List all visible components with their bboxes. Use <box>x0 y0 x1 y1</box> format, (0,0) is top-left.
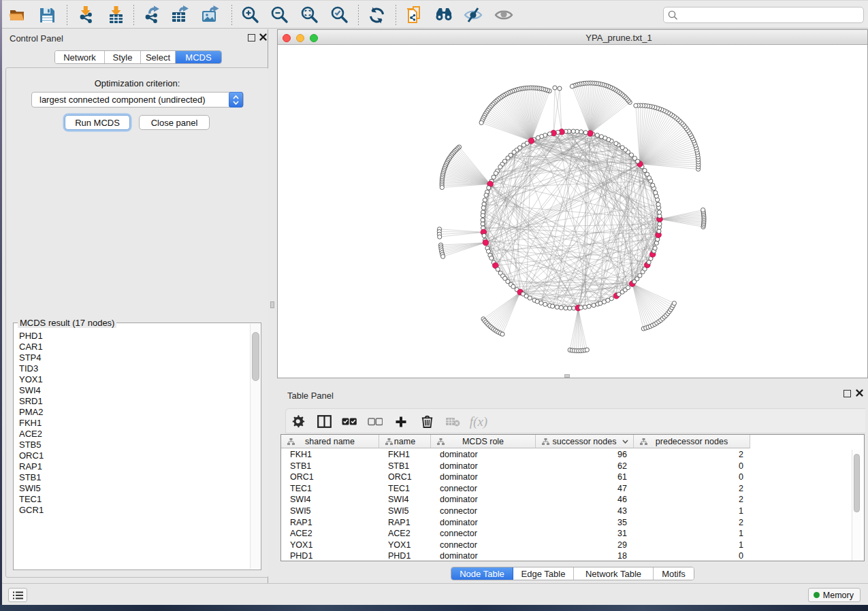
column-header-successor-nodes[interactable]: successor nodes <box>536 435 634 448</box>
table-cell[interactable]: ORC1 <box>388 472 431 483</box>
table-cell[interactable]: 18 <box>536 550 627 562</box>
table-cell[interactable]: PHD1 <box>388 550 431 562</box>
network-node[interactable] <box>558 86 562 90</box>
table-cell[interactable]: 2 <box>634 449 743 461</box>
export-table-button[interactable] <box>169 3 192 27</box>
table-cell[interactable]: TEC1 <box>290 483 379 495</box>
network-node[interactable] <box>599 135 603 139</box>
table-cell[interactable]: 2 <box>634 483 743 495</box>
network-node[interactable] <box>479 120 483 125</box>
network-node[interactable] <box>632 156 637 161</box>
network-node[interactable] <box>583 131 588 135</box>
table-cell[interactable]: FKH1 <box>388 449 431 461</box>
network-node[interactable] <box>492 175 496 179</box>
zoom-out-button[interactable] <box>268 3 291 27</box>
network-node[interactable] <box>481 222 485 226</box>
zoom-fit-button[interactable] <box>298 3 321 27</box>
hide-selected-button[interactable] <box>462 3 485 27</box>
table-cell[interactable]: 2 <box>634 494 743 506</box>
table-row[interactable]: SWI5SWI5connector431 <box>281 506 864 517</box>
network-node[interactable] <box>536 135 540 139</box>
network-node[interactable] <box>498 165 502 169</box>
run-mcds-button[interactable]: Run MCDS <box>65 115 130 130</box>
table-cell[interactable]: ACE2 <box>388 528 431 540</box>
table-scrollbar-thumb[interactable] <box>854 454 860 512</box>
table-cell[interactable]: connector <box>440 483 536 495</box>
network-node[interactable] <box>553 86 557 90</box>
network-node[interactable] <box>441 254 445 259</box>
network-node[interactable] <box>543 302 547 306</box>
table-row[interactable]: STB1STB1dominator620 <box>281 461 864 472</box>
close-panel-button[interactable]: Close panel <box>139 115 210 130</box>
window-minimize-traffic-light[interactable] <box>296 34 304 42</box>
network-node[interactable] <box>555 305 559 309</box>
network-node[interactable] <box>547 132 551 136</box>
window-close-traffic-light[interactable] <box>283 34 291 42</box>
table-cell[interactable]: ACE2 <box>290 528 379 540</box>
table-settings-button[interactable] <box>287 409 310 434</box>
table-cell[interactable]: RAP1 <box>388 517 431 529</box>
table-row[interactable]: SWI4SWI4dominator462 <box>281 494 864 506</box>
network-node[interactable] <box>579 306 583 310</box>
mcds-result-item[interactable]: RAP1 <box>14 461 250 472</box>
network-node[interactable] <box>551 304 555 308</box>
table-cell[interactable]: SWI5 <box>388 506 431 517</box>
table-row[interactable]: FKH1FKH1dominator962 <box>281 449 864 461</box>
table-cell[interactable]: 29 <box>536 540 627 551</box>
tab-style[interactable]: Style <box>105 51 141 63</box>
network-node[interactable] <box>645 172 649 176</box>
table-cell[interactable]: dominator <box>440 494 536 506</box>
mcds-result-item[interactable]: TID3 <box>14 363 250 374</box>
network-node[interactable] <box>672 301 676 306</box>
network-canvas[interactable] <box>278 45 867 378</box>
network-node[interactable] <box>489 256 494 260</box>
task-history-button[interactable] <box>8 588 27 602</box>
toggle-column-button[interactable] <box>312 409 336 434</box>
network-node[interactable] <box>496 267 500 271</box>
tab-network[interactable]: Network <box>55 51 105 63</box>
network-node[interactable] <box>592 303 596 308</box>
table-cell[interactable]: STB1 <box>388 461 431 472</box>
table-cell[interactable]: connector <box>440 528 536 540</box>
table-cell[interactable]: 46 <box>536 494 627 506</box>
splitter-grip[interactable] <box>270 301 274 308</box>
mcds-result-item[interactable]: SWI4 <box>14 385 250 396</box>
table-cell[interactable]: dominator <box>440 550 536 562</box>
network-node[interactable] <box>559 306 563 310</box>
network-node[interactable] <box>658 222 662 226</box>
mcds-result-item[interactable]: TEC1 <box>14 494 250 505</box>
network-node[interactable] <box>609 297 613 301</box>
table-cell[interactable]: TEC1 <box>388 483 431 495</box>
tab-select[interactable]: Select <box>141 51 176 63</box>
table-panel-float-button[interactable] <box>843 390 851 397</box>
table-cell[interactable]: SWI4 <box>388 494 431 506</box>
network-node[interactable] <box>568 306 572 310</box>
table-cell[interactable]: RAP1 <box>290 517 379 529</box>
network-node[interactable] <box>511 284 515 288</box>
mcds-result-item[interactable]: STB1 <box>14 472 250 483</box>
network-node[interactable] <box>638 274 642 278</box>
table-cell[interactable]: 1 <box>634 506 743 517</box>
refresh-button[interactable] <box>365 3 388 27</box>
tab-network-table[interactable]: Network Table <box>574 567 654 580</box>
network-node[interactable] <box>654 191 658 195</box>
network-node[interactable] <box>500 332 504 336</box>
network-node[interactable] <box>651 183 655 187</box>
network-node-mcds[interactable] <box>483 240 489 246</box>
network-node[interactable] <box>656 202 660 206</box>
show-all-button[interactable] <box>492 3 515 27</box>
mcds-result-item[interactable]: GCR1 <box>14 505 250 516</box>
table-cell[interactable]: 61 <box>536 472 627 483</box>
table-row[interactable]: ORC1ORC1dominator610 <box>281 472 864 483</box>
network-node[interactable] <box>482 233 486 237</box>
zoom-in-button[interactable] <box>238 3 261 27</box>
network-node[interactable] <box>484 193 488 197</box>
table-scrollbar[interactable] <box>852 450 861 561</box>
table-cell[interactable]: 1 <box>634 528 743 540</box>
mcds-result-item[interactable]: STB5 <box>14 440 250 450</box>
table-cell[interactable]: 35 <box>536 517 627 529</box>
network-node[interactable] <box>620 146 624 150</box>
export-network-button[interactable] <box>140 3 163 27</box>
table-cell[interactable]: 0 <box>634 461 743 472</box>
table-row[interactable]: ACE2ACE2connector311 <box>281 528 864 540</box>
